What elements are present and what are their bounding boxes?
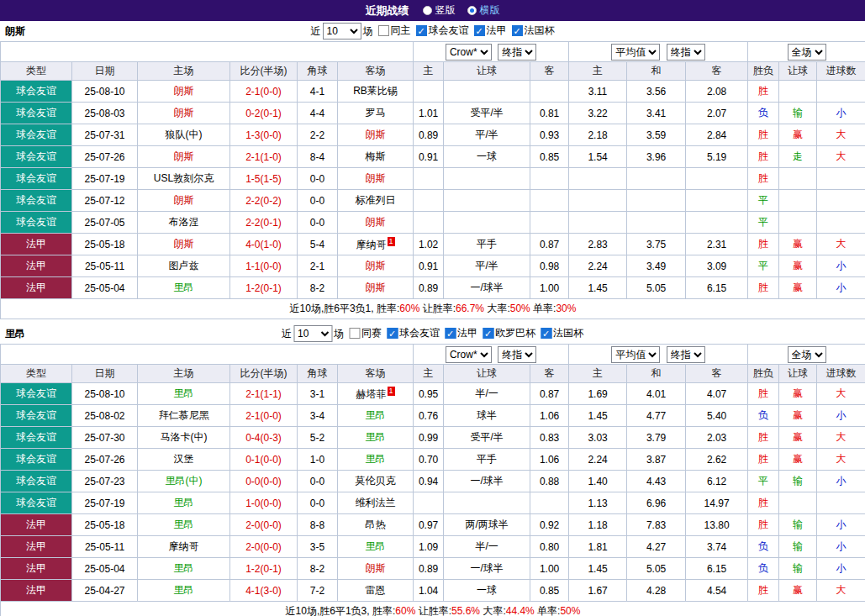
filter-checkbox[interactable]: 法甲 bbox=[474, 24, 507, 38]
handicap-cell: 平手 bbox=[444, 449, 530, 471]
team-link[interactable]: 朗斯 bbox=[366, 129, 386, 140]
view-mode-radio[interactable]: 横版 bbox=[467, 3, 500, 18]
team-link[interactable]: 朗斯 bbox=[366, 172, 386, 184]
match-date-cell: 25-07-19 bbox=[72, 492, 138, 514]
avg-home-cell: 3.11 bbox=[569, 81, 627, 103]
team-link[interactable]: 摩纳哥 bbox=[169, 540, 199, 552]
view-mode-radio[interactable]: 竖版 bbox=[423, 3, 456, 18]
team-link[interactable]: RB莱比锡 bbox=[353, 85, 398, 97]
corner-cell: 0-0 bbox=[298, 212, 338, 234]
average-type-select[interactable]: 终指 bbox=[667, 346, 705, 363]
match-count-select[interactable]: 10 bbox=[323, 23, 361, 39]
team-link[interactable]: 里昂 bbox=[174, 562, 194, 574]
avg-draw-cell bbox=[627, 190, 686, 212]
checkbox-checked-icon bbox=[474, 25, 485, 36]
team-link[interactable]: 莫伦贝克 bbox=[356, 475, 396, 487]
team-link[interactable]: 朗斯 bbox=[174, 150, 194, 162]
team-link[interactable]: 朗斯 bbox=[366, 282, 386, 293]
team-link[interactable]: 马洛卡(中) bbox=[161, 431, 208, 443]
team-link[interactable]: 里昂 bbox=[366, 431, 386, 443]
match-row: 法甲25-05-11摩纳哥2-0(0-0)3-5里昂1.09半/一0.801.8… bbox=[1, 536, 865, 558]
competition-type-cell: 球会友谊 bbox=[1, 405, 72, 427]
avg-draw-cell: 6.96 bbox=[627, 492, 686, 514]
team-link[interactable]: 拜仁慕尼黑 bbox=[159, 409, 209, 421]
score-cell: 0-4(0-3) bbox=[230, 427, 298, 449]
odds-away-cell: 0.92 bbox=[530, 514, 569, 536]
team-link[interactable]: 里昂 bbox=[366, 453, 386, 465]
odds-home-cell bbox=[414, 81, 444, 103]
average-select[interactable]: 平均值 bbox=[611, 44, 660, 61]
home-team-cell: 布洛涅 bbox=[138, 212, 230, 234]
team-link[interactable]: 标准列日 bbox=[356, 194, 396, 206]
match-date-cell: 25-08-10 bbox=[72, 81, 138, 103]
match-row: 球会友谊25-07-12朗斯2-2(0-2)0-0标准列日平 bbox=[1, 190, 865, 212]
team-link[interactable]: 里昂 bbox=[366, 540, 386, 552]
team-link[interactable]: 维利法兰 bbox=[356, 497, 396, 508]
result-cell: 平 bbox=[748, 190, 779, 212]
odds-source-select[interactable]: Crow* bbox=[446, 44, 492, 61]
team-link[interactable]: 摩纳哥 bbox=[356, 239, 387, 250]
team-link[interactable]: USL敦刻尔克 bbox=[154, 172, 214, 184]
summary-stat-label: 单率: bbox=[530, 303, 556, 314]
home-team-cell: USL敦刻尔克 bbox=[138, 168, 230, 190]
team-link[interactable]: 梅斯 bbox=[366, 150, 386, 162]
team-link[interactable]: 里昂 bbox=[366, 409, 386, 421]
score-cell: 1-0(0-0) bbox=[230, 492, 298, 514]
filter-checkbox[interactable]: 法国杯 bbox=[541, 326, 583, 340]
team-link[interactable]: 里昂 bbox=[174, 282, 194, 293]
team-link[interactable]: 图卢兹 bbox=[169, 260, 199, 271]
match-date-cell: 25-07-26 bbox=[72, 449, 138, 471]
team-link[interactable]: 里昂 bbox=[174, 387, 194, 399]
competition-type-cell: 法甲 bbox=[1, 514, 72, 536]
team-link[interactable]: 朗斯 bbox=[174, 194, 194, 206]
team-link[interactable]: 里昂 bbox=[174, 519, 194, 530]
home-team-cell: 里昂 bbox=[138, 558, 230, 580]
goals-result-cell: 大 bbox=[817, 124, 865, 146]
avg-draw-cell: 3.41 bbox=[627, 103, 686, 124]
handicap-result-cell bbox=[779, 168, 817, 190]
col-avg-draw: 和 bbox=[627, 62, 686, 81]
filter-checkbox[interactable]: 欧罗巴杯 bbox=[483, 326, 535, 340]
filter-checkbox[interactable]: 法甲 bbox=[445, 326, 477, 340]
team-link[interactable]: 朗斯 bbox=[174, 238, 194, 250]
filter-checkbox[interactable]: 法国杯 bbox=[512, 24, 555, 38]
filter-checkbox[interactable]: 同主 bbox=[378, 24, 411, 38]
odds-type-select[interactable]: 终指 bbox=[498, 44, 536, 61]
filter-checkbox[interactable]: 球会友谊 bbox=[387, 326, 440, 340]
team-link[interactable]: 朗斯 bbox=[366, 562, 386, 574]
match-row: 球会友谊25-07-31狼队(中)1-3(0-0)2-2朗斯0.89平/半0.9… bbox=[1, 124, 865, 146]
scope-select[interactable]: 全场 bbox=[788, 44, 826, 61]
odds-type-select[interactable]: 终指 bbox=[498, 346, 536, 363]
team-link[interactable]: 罗马 bbox=[366, 107, 386, 118]
team-link[interactable]: 雷恩 bbox=[366, 584, 386, 596]
team-link[interactable]: 赫塔菲 bbox=[356, 388, 387, 400]
handicap-result-cell: 赢 bbox=[779, 383, 817, 405]
team-link[interactable]: 里昂 bbox=[174, 584, 194, 596]
filter-checkbox[interactable]: 球会友谊 bbox=[416, 24, 469, 38]
handicap-result-cell bbox=[779, 212, 817, 234]
result-cell: 负 bbox=[748, 103, 779, 124]
team-link[interactable]: 朗斯 bbox=[174, 107, 194, 118]
team-link[interactable]: 里昂 bbox=[174, 497, 194, 508]
team-link[interactable]: 朗斯 bbox=[366, 216, 386, 228]
summary-stat-value: 50% bbox=[560, 605, 580, 616]
team-link[interactable]: 朗斯 bbox=[174, 85, 194, 97]
match-date-cell: 25-05-04 bbox=[72, 277, 138, 299]
filter-checkbox[interactable]: 同赛 bbox=[349, 326, 382, 340]
team-link[interactable]: 汉堡 bbox=[174, 453, 194, 465]
odds-away-cell: 0.88 bbox=[530, 471, 569, 492]
avg-home-cell: 1.54 bbox=[569, 146, 627, 168]
summary-stat-label: 大率: bbox=[484, 303, 510, 314]
col-home: 主场 bbox=[138, 365, 230, 383]
odds-source-select[interactable]: Crow* bbox=[446, 346, 492, 363]
team-link[interactable]: 布洛涅 bbox=[169, 216, 199, 228]
team-link[interactable]: 昂热 bbox=[366, 519, 386, 530]
match-count-select[interactable]: 10 bbox=[293, 325, 332, 342]
team-link[interactable]: 朗斯 bbox=[366, 260, 386, 271]
team-link[interactable]: 狼队(中) bbox=[166, 129, 203, 140]
result-cell: 胜 bbox=[748, 449, 779, 471]
average-type-select[interactable]: 终指 bbox=[667, 44, 705, 61]
scope-select[interactable]: 全场 bbox=[788, 346, 826, 363]
team-link[interactable]: 里昂(中) bbox=[166, 475, 203, 487]
average-select[interactable]: 平均值 bbox=[611, 346, 660, 363]
